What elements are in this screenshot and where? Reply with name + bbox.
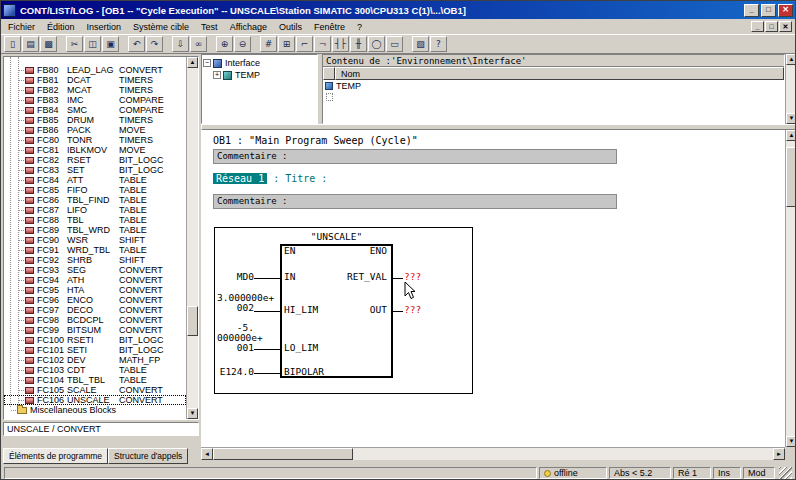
scrollbar-thumb[interactable]: [213, 448, 353, 460]
tree-item[interactable]: FC103 CDT TABLE: [4, 365, 186, 375]
editor-vertical-scrollbar[interactable]: ▲ ▼: [785, 130, 796, 447]
interface-root-item[interactable]: − Interface: [203, 57, 316, 69]
tree-item[interactable]: FC96 ENCO CONVERT: [4, 295, 186, 305]
tree-item[interactable]: FC88 TBL TABLE: [4, 215, 186, 225]
monitor-glasses-icon[interactable]: ∞: [190, 36, 207, 52]
close-branch-icon[interactable]: ¬: [314, 36, 331, 52]
new-document-icon[interactable]: ▯: [4, 36, 21, 52]
menu-item[interactable]: Outils: [273, 21, 308, 33]
tree-item[interactable]: FC100 RSETI BIT_LOGC: [4, 335, 186, 345]
mdi-minimize-button[interactable]: _: [751, 21, 764, 32]
undo-icon[interactable]: ↶: [128, 36, 145, 52]
tree-item[interactable]: FB84 SMC COMPARE: [4, 105, 186, 115]
tree-item[interactable]: FC86 TBL_FIND TABLE: [4, 195, 186, 205]
network-label-selected[interactable]: Réseau 1: [213, 173, 267, 184]
tree-item[interactable]: FC89 TBL_WRD TABLE: [4, 225, 186, 235]
tree-item[interactable]: FC91 WRD_TBL TABLE: [4, 245, 186, 255]
scroll-down-icon[interactable]: ▼: [187, 408, 198, 419]
maximize-button[interactable]: □: [761, 4, 776, 17]
tree-item[interactable]: FB86 PACK MOVE: [4, 125, 186, 135]
operand-lo-lim[interactable]: -5. 000000e+ 001: [217, 323, 254, 353]
tree-item[interactable]: FC95 HTA CONVERT: [4, 285, 186, 295]
fb-block-title[interactable]: "UNSCALE": [280, 231, 393, 242]
tree-item[interactable]: FC93 SEG CONVERT: [4, 265, 186, 275]
operand-bipolar[interactable]: E124.0: [217, 367, 254, 377]
zoom-in-icon[interactable]: ⊕: [216, 36, 233, 52]
scroll-down-icon[interactable]: ▼: [786, 113, 796, 124]
scrollbar-thumb[interactable]: [786, 147, 796, 207]
mdi-close-button[interactable]: ✕: [779, 21, 792, 32]
tree-item[interactable]: FC102 DEV MATH_FP: [4, 355, 186, 365]
tree-item[interactable]: FC85 FIFO TABLE: [4, 185, 186, 195]
block-comment-field[interactable]: Commentaire :: [213, 149, 617, 164]
declaration-row-empty[interactable]: [323, 91, 784, 102]
column-header-nom[interactable]: Nom: [335, 67, 784, 80]
close-button[interactable]: ✕: [778, 4, 793, 17]
open-branch-icon[interactable]: ⌐: [296, 36, 313, 52]
tree-item[interactable]: FC97 DECO CONVERT: [4, 305, 186, 315]
paste-icon[interactable]: ▣: [102, 36, 119, 52]
code-editor[interactable]: OB1 : "Main Program Sweep (Cycle)" Comme…: [201, 130, 785, 447]
editor-horizontal-scrollbar[interactable]: ◄ ►: [201, 447, 785, 460]
tree-scrollbar[interactable]: ▲ ▼: [186, 57, 198, 419]
tree-item[interactable]: FB85 DRUM TIMERS: [4, 115, 186, 125]
tree-item[interactable]: FC104 TBL_TBL TABLE: [4, 375, 186, 385]
scroll-up-icon[interactable]: ▲: [786, 54, 796, 65]
tree-item[interactable]: FC98 BCDCPL CONVERT: [4, 315, 186, 325]
scroll-left-icon[interactable]: ◄: [201, 448, 213, 460]
tree-item[interactable]: FC81 IBLKMOV MOVE: [4, 145, 186, 155]
resize-grip[interactable]: [779, 467, 792, 480]
tree-item[interactable]: FC99 BITSUM CONVERT: [4, 325, 186, 335]
tree-item[interactable]: FB83 IMC COMPARE: [4, 95, 186, 105]
temp-tree-item[interactable]: + TEMP: [203, 69, 316, 81]
tab-program-elements[interactable]: Éléments de programme: [3, 448, 108, 464]
menu-item[interactable]: Édition: [41, 21, 81, 33]
operand-hi-lim[interactable]: 3.000000e+ 002: [217, 293, 254, 313]
tree-item[interactable]: FB81 DCAT TIMERS: [4, 75, 186, 85]
tree-item[interactable]: FC90 WSR SHIFT: [4, 235, 186, 245]
network-title[interactable]: : Titre :: [273, 173, 327, 184]
redo-icon[interactable]: ↷: [146, 36, 163, 52]
zoom-out-icon[interactable]: ⊖: [234, 36, 251, 52]
menu-item[interactable]: Insertion: [81, 21, 128, 33]
menu-item[interactable]: Fenêtre: [308, 21, 351, 33]
tree-item-misc-blocks[interactable]: Miscellaneous Blocks: [4, 405, 186, 415]
scrollbar-thumb[interactable]: [187, 306, 198, 336]
declaration-row-temp[interactable]: TEMP: [323, 80, 784, 91]
declaration-scrollbar[interactable]: ▲ ▼: [785, 54, 796, 124]
operand-out-missing[interactable]: ???: [404, 305, 421, 315]
mdi-restore-button[interactable]: □: [765, 21, 778, 32]
scroll-down-icon[interactable]: ▼: [786, 436, 796, 447]
tree-item[interactable]: FB82 MCAT TIMERS: [4, 85, 186, 95]
contact-no-icon[interactable]: ┤├: [332, 36, 349, 52]
contact-nc-icon[interactable]: ╫: [350, 36, 367, 52]
scroll-right-icon[interactable]: ►: [773, 448, 785, 460]
network-comment-field[interactable]: Commentaire :: [213, 194, 617, 209]
tree-item[interactable]: FC105 SCALE CONVERT: [4, 385, 186, 395]
menu-item[interactable]: Fichier: [2, 21, 41, 33]
tree-item[interactable]: FC87 LIFO TABLE: [4, 205, 186, 215]
new-network-icon[interactable]: ⊞: [278, 36, 295, 52]
address-symbols-icon[interactable]: #: [260, 36, 277, 52]
tree-item[interactable]: FC82 RSET BIT_LOGC: [4, 155, 186, 165]
download-icon[interactable]: ⇩: [172, 36, 189, 52]
scroll-up-icon[interactable]: ▲: [786, 130, 796, 141]
cut-icon[interactable]: ✂: [66, 36, 83, 52]
coil-icon[interactable]: ◯: [368, 36, 385, 52]
menu-item[interactable]: Affichage: [224, 21, 273, 33]
collapse-icon[interactable]: −: [203, 59, 211, 67]
print-icon[interactable]: ▩: [40, 36, 57, 52]
minimize-button[interactable]: _: [744, 4, 759, 17]
tree-item[interactable]: FC80 TONR TIMERS: [4, 135, 186, 145]
menu-item[interactable]: Système cible: [127, 21, 195, 33]
copy-icon[interactable]: ◫: [84, 36, 101, 52]
tree-item[interactable]: FC94 ATH CONVERT: [4, 275, 186, 285]
scroll-up-icon[interactable]: ▲: [187, 57, 198, 68]
tab-call-structure[interactable]: Structure d'appels: [108, 448, 188, 464]
tree-item[interactable]: FC92 SHRB SHIFT: [4, 255, 186, 265]
tree-item[interactable]: FC84 ATT TABLE: [4, 175, 186, 185]
open-icon[interactable]: ▤: [22, 36, 39, 52]
empty-box-icon[interactable]: ▭: [386, 36, 403, 52]
tree-item[interactable]: FC106 UNSCALE CONVERT: [4, 395, 186, 405]
tree-item[interactable]: FC83 SET BIT_LOGC: [4, 165, 186, 175]
